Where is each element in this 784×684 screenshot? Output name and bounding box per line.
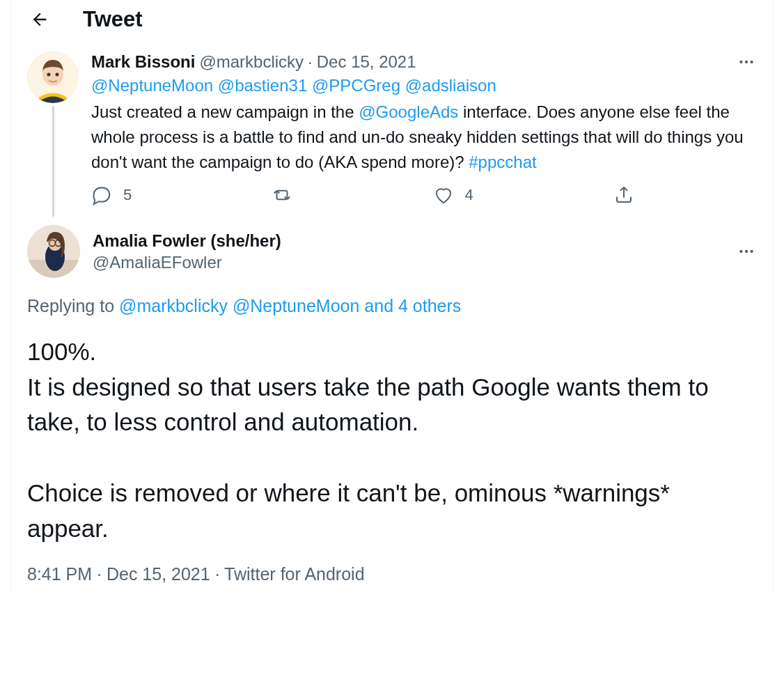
share-button[interactable] — [613, 185, 634, 205]
text-segment: Just created a new campaign in the — [91, 102, 359, 121]
svg-point-15 — [750, 250, 753, 253]
arrow-left-icon — [30, 10, 49, 29]
more-horizontal-icon — [737, 242, 755, 261]
mention-link[interactable]: @PPCGreg — [312, 76, 400, 95]
author-name[interactable]: Mark Bissoni — [91, 52, 195, 72]
mentions-row: @NeptuneMoon @bastien31 @PPCGreg @adslia… — [91, 74, 757, 98]
mention-link[interactable]: @markbclicky — [119, 296, 228, 316]
thread-connector — [52, 106, 54, 217]
like-count: 4 — [465, 186, 473, 204]
more-horizontal-icon — [737, 53, 755, 71]
svg-point-5 — [745, 61, 748, 63]
reply-icon — [91, 185, 112, 205]
hashtag-link[interactable]: #ppcchat — [469, 153, 536, 171]
more-button[interactable] — [736, 52, 757, 72]
mention-link[interactable]: @adsliaison — [405, 76, 496, 95]
back-button[interactable] — [27, 7, 52, 32]
more-button[interactable] — [736, 241, 757, 262]
tweet-meta: 8:41 PM · Dec 15, 2021 · Twitter for And… — [27, 564, 757, 593]
author-handle[interactable]: @markbclicky — [199, 52, 304, 72]
tweet-text: 100%. It is designed so that users take … — [27, 334, 757, 547]
page-title: Tweet — [83, 7, 143, 32]
main-tweet: Amalia Fowler (she/her) @AmaliaEFowler R… — [12, 217, 772, 593]
mention-link[interactable]: @GoogleAds — [359, 102, 458, 121]
avatar[interactable] — [27, 52, 79, 103]
mention-link[interactable]: @NeptuneMoon — [233, 296, 359, 316]
svg-point-6 — [750, 61, 753, 63]
mention-link[interactable]: @bastien31 — [218, 76, 307, 95]
separator-dot: · — [308, 52, 313, 72]
others-link[interactable]: and 4 others — [359, 296, 461, 316]
reply-prefix: Replying to — [27, 296, 119, 316]
reply-context: Replying to @markbclicky @NeptuneMoon an… — [27, 296, 757, 316]
svg-point-14 — [745, 250, 748, 253]
author-name[interactable]: Amalia Fowler (she/her) — [93, 230, 723, 251]
tweet-timestamp[interactable]: 8:41 PM · Dec 15, 2021 — [27, 564, 210, 584]
retweet-icon — [272, 185, 292, 205]
svg-point-3 — [56, 73, 59, 77]
avatar-icon — [27, 52, 79, 103]
tweet-actions: 5 4 — [91, 175, 634, 217]
tweet-source[interactable]: Twitter for Android — [224, 564, 364, 584]
avatar-icon — [27, 225, 80, 278]
reply-button[interactable]: 5 — [91, 185, 132, 205]
avatar[interactable] — [27, 225, 80, 278]
reply-count: 5 — [123, 186, 132, 204]
share-icon — [613, 185, 634, 205]
svg-point-13 — [739, 250, 742, 253]
author-handle[interactable]: @AmaliaEFowler — [93, 251, 723, 273]
svg-point-4 — [739, 61, 742, 63]
svg-point-2 — [47, 73, 51, 77]
tweet-text: Just created a new campaign in the @Goog… — [91, 100, 757, 175]
retweet-button[interactable] — [272, 185, 292, 205]
mention-link[interactable]: @NeptuneMoon — [91, 76, 213, 95]
parent-tweet[interactable]: Mark Bissoni @markbclicky · Dec 15, 2021… — [12, 39, 772, 217]
tweet-date[interactable]: Dec 15, 2021 — [317, 52, 416, 72]
heart-icon — [433, 185, 454, 205]
like-button[interactable]: 4 — [433, 185, 473, 205]
